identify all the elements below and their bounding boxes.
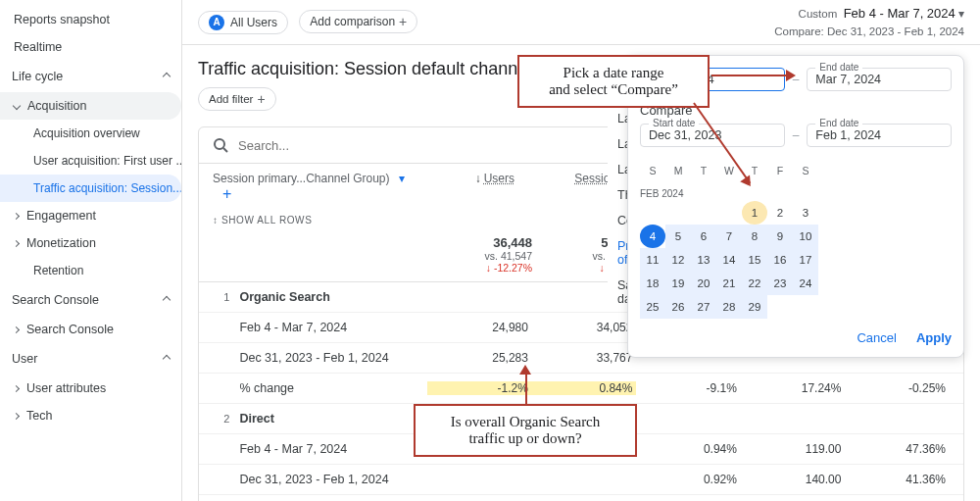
callout-organic-search: Is overall Organic Searchtraffic up or d… xyxy=(414,404,637,457)
nav-acquisition[interactable]: Acquisition xyxy=(0,92,181,120)
calendar-day[interactable]: 9 xyxy=(767,225,793,248)
calendar-day[interactable]: 23 xyxy=(767,272,793,295)
calendar-day[interactable]: 19 xyxy=(665,272,691,295)
cell: -9.1% xyxy=(636,381,741,395)
plus-icon: + xyxy=(399,14,407,29)
col-users[interactable]: Users xyxy=(484,172,514,185)
topbar: AAll Users Add comparison+ Custom Feb 4 … xyxy=(182,0,980,45)
cell: 140.00 xyxy=(741,473,846,486)
nav-user-header[interactable]: User xyxy=(0,343,181,375)
nav-reports-snapshot[interactable]: Reports snapshot xyxy=(0,6,181,33)
calendar-day[interactable]: 2 xyxy=(767,201,793,225)
dow-label: M xyxy=(665,159,691,182)
calendar-day[interactable]: 13 xyxy=(691,248,716,272)
calendar-day[interactable]: 4 xyxy=(640,225,665,248)
nav-engagement[interactable]: Engagement xyxy=(0,202,181,229)
chevron-up-icon xyxy=(163,296,171,304)
calendar-day[interactable]: 12 xyxy=(665,248,691,272)
arrow-line xyxy=(711,75,788,76)
nav-monetization-label: Monetization xyxy=(26,236,96,250)
add-dimension-icon[interactable]: + xyxy=(222,185,231,202)
chevron-up-icon xyxy=(163,355,171,363)
calendar-day[interactable]: 14 xyxy=(716,248,742,272)
cancel-button[interactable]: Cancel xyxy=(857,330,896,345)
nav-user-label: User xyxy=(12,352,37,366)
cell: 24,980 xyxy=(427,321,532,334)
nav-user-attributes[interactable]: User attributes xyxy=(0,375,181,402)
sum-users: 36,448 xyxy=(428,235,532,250)
end-date-value: Mar 7, 2024 xyxy=(815,73,881,86)
add-filter-button[interactable]: Add filter+ xyxy=(198,87,276,111)
calendar-day[interactable]: 29 xyxy=(742,295,767,319)
nav-search-console-header[interactable]: Search Console xyxy=(0,284,181,316)
nav-traffic-acquisition[interactable]: Traffic acquisition: Session... xyxy=(0,175,181,202)
calendar-day[interactable]: 3 xyxy=(793,201,818,225)
calendar-day[interactable]: 27 xyxy=(691,295,716,319)
date-range-display[interactable]: Custom Feb 4 - Mar 7, 2024 ▾ Compare: De… xyxy=(774,5,964,38)
dimension-chevron-icon[interactable]: ▾ xyxy=(399,172,405,185)
nav-acq-overview[interactable]: Acquisition overview xyxy=(0,120,181,147)
end-date-label: End date xyxy=(815,62,862,73)
nav-sc-label: Search Console xyxy=(12,293,99,307)
calendar-day[interactable]: 1 xyxy=(742,201,767,225)
table-row: % change1.61%-15%14.49% xyxy=(199,495,963,501)
calendar-day[interactable]: 15 xyxy=(742,248,767,272)
range-dash: – xyxy=(793,128,800,142)
arrow-head-icon xyxy=(519,365,531,375)
nav-search-console[interactable]: Search Console xyxy=(0,316,181,343)
calendar-day xyxy=(665,201,691,225)
nav-tech[interactable]: Tech xyxy=(0,402,181,429)
cell: 41.36% xyxy=(845,473,950,486)
calendar-day[interactable]: 17 xyxy=(793,248,818,272)
calendar-day[interactable]: 21 xyxy=(716,272,742,295)
calendar-day[interactable]: 28 xyxy=(716,295,742,319)
calendar-day[interactable]: 18 xyxy=(640,272,665,295)
date-range-compare: Compare: Dec 31, 2023 - Feb 1, 2024 xyxy=(774,24,964,39)
chevron-down-icon xyxy=(13,102,21,110)
pill-all-users[interactable]: AAll Users xyxy=(198,11,288,34)
nav-retention[interactable]: Retention xyxy=(0,257,181,284)
calendar-day xyxy=(716,201,742,225)
calendar-day[interactable]: 10 xyxy=(793,225,818,248)
row-name: Organic Search xyxy=(239,290,427,304)
calendar-day[interactable]: 16 xyxy=(767,248,793,272)
cell: 119.00 xyxy=(741,442,846,456)
dimension-picker[interactable]: Session primary...Channel Group) xyxy=(213,172,390,185)
date-range-value: Feb 4 - Mar 7, 2024 xyxy=(844,6,956,21)
nav-user-acquisition[interactable]: User acquisition: First user ... xyxy=(0,147,181,175)
add-filter-label: Add filter xyxy=(209,93,253,105)
svg-line-1 xyxy=(223,148,227,152)
cell: -1.2% xyxy=(427,381,532,395)
calendar-day[interactable]: 22 xyxy=(742,272,767,295)
sum-users-delta: -12.27% xyxy=(428,262,532,274)
nav-monetization[interactable]: Monetization xyxy=(0,229,181,257)
callout-date-range: Pick a date rangeand select “Compare” xyxy=(517,55,710,108)
nav-realtime[interactable]: Realtime xyxy=(0,33,181,61)
calendar-day[interactable]: 8 xyxy=(742,225,767,248)
calendar-week: 18192021222324 xyxy=(640,272,952,295)
nav-life-cycle[interactable]: Life cycle xyxy=(0,61,181,92)
cell: 0.94% xyxy=(636,442,741,456)
calendar-day[interactable]: 7 xyxy=(716,225,742,248)
calendar-week: 45678910 xyxy=(640,225,952,248)
end-date-input[interactable]: End dateMar 7, 2024 xyxy=(807,68,952,91)
dow-label: S xyxy=(793,159,818,182)
cend-label: End date xyxy=(815,118,862,128)
add-comparison-button[interactable]: Add comparison+ xyxy=(299,10,417,33)
row-name: Dec 31, 2023 - Feb 1, 2024 xyxy=(239,473,427,486)
sort-desc-icon: ↓ xyxy=(475,172,481,185)
compare-end-input[interactable]: End dateFeb 1, 2024 xyxy=(807,124,952,147)
calendar-day[interactable]: 20 xyxy=(691,272,716,295)
calendar-month-label: FEB 2024 xyxy=(640,182,952,201)
calendar-day[interactable]: 26 xyxy=(665,295,691,319)
calendar-day[interactable]: 24 xyxy=(793,272,818,295)
calendar-day[interactable]: 11 xyxy=(640,248,665,272)
add-comparison-label: Add comparison xyxy=(310,15,395,28)
pill-all-users-label: All Users xyxy=(230,16,277,29)
calendar-day[interactable]: 5 xyxy=(665,225,691,248)
table-row: Dec 31, 2023 - Feb 1, 20240.92%140.0041.… xyxy=(199,465,963,495)
apply-button[interactable]: Apply xyxy=(916,330,952,345)
calendar-day[interactable]: 6 xyxy=(691,225,716,248)
calendar-day[interactable]: 25 xyxy=(640,295,665,319)
svg-point-0 xyxy=(215,139,224,149)
